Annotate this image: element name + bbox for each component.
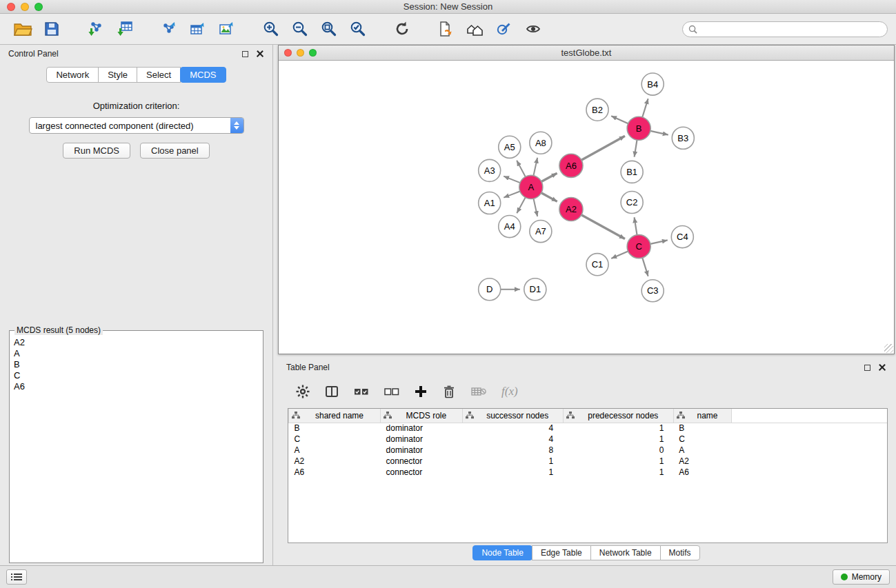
graph-edge-A-A5[interactable]	[517, 161, 526, 177]
table-settings-button[interactable]	[296, 385, 310, 398]
table-cell[interactable]: 1	[563, 423, 673, 434]
mcds-result-item[interactable]: A2	[14, 337, 259, 348]
graph-node-C4[interactable]: C4	[671, 226, 693, 248]
delete-column-button[interactable]	[442, 385, 456, 398]
column-header-successor-nodes[interactable]: successor nodes	[462, 409, 563, 423]
tab-style[interactable]: Style	[98, 67, 137, 83]
resize-grip[interactable]	[884, 344, 893, 353]
table-cell[interactable]: B	[289, 423, 381, 434]
mcds-result-item[interactable]: B	[14, 359, 259, 370]
float-table-panel-icon[interactable]	[864, 365, 870, 371]
table-cell[interactable]: A2	[289, 456, 381, 467]
network-canvas[interactable]: B4B2BB3A5A8A6A3B1AC2A1A2A4A7C4CC1DD1C3	[279, 61, 894, 354]
graph-node-A4[interactable]: A4	[499, 216, 521, 238]
function-builder-button[interactable]: f(x)	[501, 385, 518, 398]
graph-node-A2[interactable]: A2	[559, 197, 583, 221]
graph-edge-B-B3[interactable]	[650, 131, 668, 135]
table-row[interactable]: A2connector11A2	[289, 456, 888, 467]
table-cell[interactable]: A6	[673, 467, 731, 478]
table-cell[interactable]: C	[673, 434, 731, 445]
close-panel-icon[interactable]	[257, 50, 264, 58]
refresh-button[interactable]	[388, 16, 417, 42]
table-cell[interactable]: 4	[462, 423, 563, 434]
graph-node-A5[interactable]: A5	[499, 136, 521, 158]
graph-edge-A-A1[interactable]	[504, 192, 520, 198]
column-header-mcds-role[interactable]: MCDS role	[381, 409, 463, 423]
export-table-button[interactable]	[183, 16, 212, 42]
deselect-all-button[interactable]	[384, 386, 399, 397]
table-cell[interactable]: dominator	[381, 434, 463, 445]
tab-mcds[interactable]: MCDS	[180, 67, 226, 83]
graph-edge-C-C2[interactable]	[635, 217, 637, 235]
tab-edge-table[interactable]: Edge Table	[532, 545, 591, 560]
graph-node-B[interactable]: B	[627, 116, 650, 140]
zoom-fit-button[interactable]	[315, 16, 344, 42]
table-row[interactable]: Adominator80A	[289, 445, 888, 456]
import-network-button[interactable]	[81, 16, 110, 42]
table-row[interactable]: Cdominator41C	[289, 434, 888, 445]
search-input[interactable]	[701, 24, 882, 34]
graph-edge-A-A6[interactable]	[541, 173, 557, 181]
network-minimize-icon[interactable]	[297, 49, 304, 57]
graph-node-A3[interactable]: A3	[479, 159, 501, 181]
column-header-name[interactable]: name	[673, 409, 731, 423]
graph-node-A1[interactable]: A1	[479, 192, 501, 214]
table-cell[interactable]: dominator	[381, 423, 463, 434]
import-table-button[interactable]	[110, 16, 139, 42]
search-box[interactable]	[682, 21, 888, 37]
graph-node-B4[interactable]: B4	[641, 73, 664, 95]
graph-edge-B-B2[interactable]	[611, 116, 628, 123]
graph-node-C3[interactable]: C3	[641, 280, 664, 302]
show-columns-button[interactable]	[325, 385, 339, 398]
delete-table-button[interactable]	[471, 385, 486, 398]
graph-node-C1[interactable]: C1	[586, 254, 608, 276]
criterion-dropdown[interactable]: largest connected component (directed)	[29, 117, 244, 134]
table-cell[interactable]: A2	[673, 456, 731, 467]
open-session-button[interactable]	[8, 16, 37, 42]
graph-node-B3[interactable]: B3	[672, 127, 694, 149]
maximize-window-icon[interactable]	[34, 3, 43, 11]
first-neighbors-button[interactable]	[461, 16, 490, 42]
graph-node-A6[interactable]: A6	[559, 154, 583, 177]
table-cell[interactable]: C	[289, 434, 381, 445]
table-cell[interactable]: 1	[563, 456, 673, 467]
column-header-predecessor-nodes[interactable]: predecessor nodes	[563, 409, 673, 423]
float-panel-icon[interactable]	[242, 51, 248, 57]
tab-node-table[interactable]: Node Table	[472, 545, 532, 560]
graph-edge-A-A3[interactable]	[504, 176, 520, 183]
mcds-result-item[interactable]: A6	[14, 381, 259, 392]
table-cell[interactable]: 1	[563, 467, 673, 478]
task-history-button[interactable]	[6, 569, 27, 585]
zoom-selected-button[interactable]	[344, 16, 372, 42]
mcds-result-item[interactable]: A	[14, 348, 259, 359]
run-mcds-button[interactable]: Run MCDS	[63, 143, 130, 159]
table-cell[interactable]: 1	[462, 467, 563, 478]
graph-edge-B-B4[interactable]	[642, 99, 648, 117]
graph-edge-A-A4[interactable]	[517, 197, 525, 213]
zoom-in-button[interactable]	[257, 16, 286, 42]
table-cell[interactable]: B	[673, 423, 731, 434]
minimize-window-icon[interactable]	[21, 3, 29, 11]
column-header-shared-name[interactable]: shared name	[289, 409, 381, 423]
table-cell[interactable]: A6	[289, 467, 381, 478]
tab-select[interactable]: Select	[137, 67, 181, 83]
graph-node-A7[interactable]: A7	[530, 221, 552, 243]
close-panel-button[interactable]: Close panel	[140, 143, 210, 159]
graph-edge-B-B1[interactable]	[635, 140, 637, 157]
graph-node-C2[interactable]: C2	[621, 191, 643, 213]
mcds-result-item[interactable]: C	[14, 370, 259, 381]
memory-button[interactable]: Memory	[833, 569, 890, 585]
graph-edge-A-A2[interactable]	[541, 193, 557, 202]
add-column-button[interactable]	[415, 385, 427, 398]
graph-edge-C-C1[interactable]	[611, 251, 628, 258]
save-session-button[interactable]	[37, 16, 66, 42]
table-cell[interactable]: 1	[563, 434, 673, 445]
table-row[interactable]: Bdominator41B	[289, 423, 888, 434]
table-cell[interactable]: 8	[462, 445, 563, 456]
network-maximize-icon[interactable]	[309, 49, 317, 57]
network-close-icon[interactable]	[284, 49, 292, 57]
import-file-button[interactable]	[432, 16, 461, 42]
table-cell[interactable]: A	[673, 445, 731, 456]
annotation-pen-button[interactable]	[490, 16, 519, 42]
table-row[interactable]: A6connector11A6	[289, 467, 888, 478]
